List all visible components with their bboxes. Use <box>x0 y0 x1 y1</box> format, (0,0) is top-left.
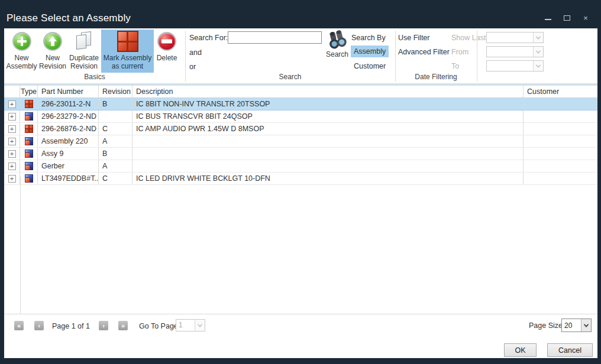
customer-cell <box>524 148 597 160</box>
table-row[interactable]: + LT3497EDDB#T... C IC LED DRIVR WHITE B… <box>4 173 597 185</box>
last-page-button[interactable]: » <box>118 321 128 330</box>
new-revision-label: New Revision <box>38 54 67 70</box>
to-label: To <box>451 62 459 70</box>
search-by-option-assembly[interactable]: Assembly <box>351 46 389 57</box>
description-cell <box>133 160 524 172</box>
window-controls: × <box>543 13 590 22</box>
table-row[interactable]: + Assy 9 B <box>4 148 597 160</box>
table-row[interactable]: + 296-23279-2-ND IC BUS TRANSCVR 8BIT 24… <box>4 110 597 123</box>
first-page-button[interactable]: « <box>14 321 24 330</box>
from-dropdown[interactable] <box>486 46 544 57</box>
expand-column-header <box>4 86 20 98</box>
revision-cell: C <box>99 123 133 135</box>
expand-icon[interactable]: + <box>8 162 16 170</box>
add-icon <box>12 32 31 51</box>
description-column-header[interactable]: Description <box>133 86 524 98</box>
assembly-icon <box>25 112 33 121</box>
customer-cell <box>524 135 597 147</box>
expand-icon[interactable]: + <box>8 100 16 108</box>
description-cell: IC BUS TRANSCVR 8BIT 24QSOP <box>133 110 524 122</box>
chevron-down-icon[interactable] <box>581 319 591 332</box>
expand-icon[interactable]: + <box>8 150 16 158</box>
assembly-icon <box>25 137 33 145</box>
up-arrow-icon <box>43 32 62 51</box>
part-number-cell: Assembly 220 <box>38 135 99 147</box>
revision-cell: B <box>99 148 133 160</box>
close-icon: × <box>583 14 588 22</box>
part-number-cell: 296-23279-2-ND <box>38 110 99 122</box>
from-value <box>487 47 533 57</box>
row-header-column-line <box>20 177 21 314</box>
customer-cell <box>524 110 597 122</box>
new-assembly-button[interactable]: New Assembly <box>5 30 38 73</box>
binoculars-icon <box>327 30 348 49</box>
basics-group-label: Basics <box>4 73 185 81</box>
assembly-icon <box>25 150 33 158</box>
customer-cell <box>524 98 597 110</box>
revision-cell <box>99 110 133 122</box>
cancel-button[interactable]: Cancel <box>547 343 593 357</box>
search-by-option-customer[interactable]: Customer <box>351 60 389 72</box>
page-indicator: Page 1 of 1 <box>52 322 90 330</box>
expand-icon[interactable]: + <box>8 125 16 133</box>
search-button-label: Search <box>326 50 348 58</box>
expand-icon[interactable]: + <box>8 138 16 145</box>
show-last-dropdown[interactable] <box>486 32 544 43</box>
revision-cell: A <box>99 135 133 147</box>
close-button[interactable]: × <box>581 13 590 22</box>
type-column-header[interactable]: Type <box>20 86 38 98</box>
assembly-current-icon <box>25 125 33 133</box>
description-cell: IC LED DRIVR WHITE BCKLGT 10-DFN <box>133 173 524 184</box>
delete-icon <box>157 32 176 51</box>
pager-divider <box>4 314 597 314</box>
customer-cell <box>524 173 597 184</box>
customer-cell <box>524 123 597 135</box>
customer-column-header[interactable]: Customer <box>524 86 597 98</box>
page-size-dropdown[interactable]: 20 <box>561 318 592 332</box>
show-last-value <box>487 32 533 43</box>
delete-label: Delete <box>157 54 177 62</box>
assembly-icon <box>25 162 33 170</box>
table-row[interactable]: + Gerber A <box>4 160 597 173</box>
part-number-cell: 296-26876-2-ND <box>38 123 99 135</box>
duplicate-revision-button[interactable]: Duplicate Revision <box>67 30 101 73</box>
assembly-icon <box>25 174 33 183</box>
goto-page-value: 1 <box>176 320 195 331</box>
minimize-button[interactable] <box>543 13 552 22</box>
assembly-current-icon <box>25 100 33 108</box>
delete-button[interactable]: Delete <box>154 30 180 73</box>
search-button[interactable]: Search <box>324 30 351 63</box>
chevron-down-icon[interactable] <box>533 61 543 71</box>
new-revision-button[interactable]: New Revision <box>38 30 67 73</box>
to-dropdown[interactable] <box>486 60 544 72</box>
previous-page-button[interactable]: ‹ <box>34 321 44 330</box>
table-row[interactable]: + Assembly 220 A <box>4 135 597 148</box>
maximize-button[interactable] <box>562 13 571 22</box>
next-page-button[interactable]: › <box>99 321 108 330</box>
table-row[interactable]: + 296-23011-2-N B IC 8BIT NON-INV TRANSL… <box>4 98 597 110</box>
advanced-filter-label[interactable]: Advanced Filter <box>398 48 450 56</box>
and-label: and <box>189 48 202 57</box>
table-header-row: Type Part Number Revision Description Cu… <box>4 86 597 98</box>
part-number-column-header[interactable]: Part Number <box>38 86 99 98</box>
revision-column-header[interactable]: Revision <box>99 86 133 98</box>
ok-button[interactable]: OK <box>504 343 537 357</box>
chevron-down-icon[interactable] <box>195 320 205 331</box>
search-input[interactable] <box>228 31 322 44</box>
table-row[interactable]: + 296-26876-2-ND C IC AMP AUDIO PWR 1.45… <box>4 123 597 135</box>
chevron-down-icon[interactable] <box>533 32 543 43</box>
search-group-label: Search <box>185 73 395 81</box>
to-value <box>487 61 533 71</box>
expand-icon[interactable]: + <box>8 113 16 121</box>
part-number-cell: LT3497EDDB#T... <box>38 173 99 184</box>
mark-assembly-current-button[interactable]: Mark Assembly as current <box>101 30 154 73</box>
use-filter-label[interactable]: Use Filter <box>398 34 429 42</box>
description-cell: IC 8BIT NON-INV TRANSLTR 20TSSOP <box>133 98 524 110</box>
description-cell: IC AMP AUDIO PWR 1.45W D 8MSOP <box>133 123 524 135</box>
chevron-down-icon[interactable] <box>533 47 543 57</box>
mark-assembly-current-label: Mark Assembly as current <box>101 54 154 70</box>
goto-page-dropdown[interactable]: 1 <box>176 319 205 332</box>
show-last-label: Show Last <box>451 34 486 42</box>
expand-icon[interactable]: + <box>8 175 16 183</box>
goto-page-label: Go To Page <box>139 322 178 330</box>
